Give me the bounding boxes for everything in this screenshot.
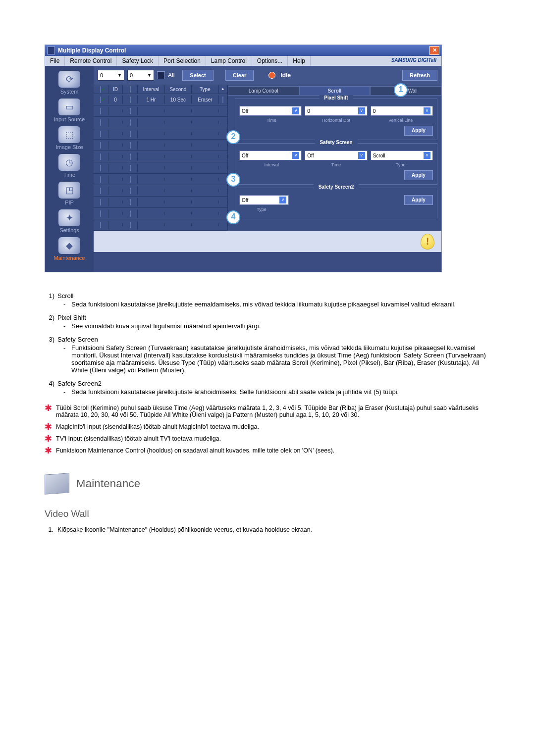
menu-remote-control[interactable]: Remote Control — [65, 56, 117, 66]
titlebar[interactable]: Multiple Display Control ✕ — [45, 45, 441, 56]
row-interval — [138, 178, 164, 181]
table-row[interactable] — [94, 162, 227, 174]
scrollbar-handle[interactable] — [222, 97, 223, 103]
table-row[interactable] — [94, 185, 227, 197]
row-type — [192, 132, 218, 135]
row-second — [165, 223, 192, 226]
table-row[interactable] — [94, 197, 227, 208]
status-dot-icon — [130, 119, 131, 126]
star-icon: ✱ — [45, 435, 52, 442]
table-row[interactable] — [94, 140, 227, 151]
all-checkbox[interactable] — [157, 71, 165, 79]
safety-screen-apply-button[interactable]: Apply — [404, 170, 433, 180]
row-checkbox[interactable] — [100, 188, 101, 194]
col-type: Type — [192, 85, 218, 94]
settings-panel: Lamp Control Scroll Video Wall Pixel Shi… — [228, 85, 441, 231]
pixel-shift-time-select[interactable]: Off v — [239, 106, 302, 116]
row-type — [192, 144, 218, 147]
sidebar-item-input-source[interactable]: ▭ Input Source — [45, 99, 94, 122]
refresh-button[interactable]: Refresh — [402, 70, 437, 81]
select-button[interactable]: Select — [182, 70, 213, 81]
header-checkbox[interactable] — [100, 86, 101, 93]
row-checkbox[interactable] — [100, 153, 101, 160]
display-table: ID Interval Second Type ▲ 01 Hr10 SecEra… — [94, 85, 228, 231]
row-interval — [138, 189, 164, 192]
tab-lamp-control[interactable]: Lamp Control — [228, 86, 299, 95]
table-row[interactable]: 01 Hr10 SecEraser — [94, 94, 227, 105]
row-checkbox[interactable] — [100, 222, 101, 228]
table-row[interactable] — [94, 208, 227, 219]
chevron-down-icon: ▼ — [147, 73, 152, 78]
combo-from[interactable]: 0 ▼ — [98, 70, 124, 81]
menu-options[interactable]: Options... — [252, 56, 288, 66]
row-type — [192, 155, 218, 158]
row-type — [192, 212, 218, 215]
row-id — [108, 109, 123, 112]
menu-help[interactable]: Help — [288, 56, 311, 66]
row-id — [108, 212, 123, 215]
table-row[interactable] — [94, 105, 227, 117]
star-icon: ✱ — [45, 423, 52, 430]
section-title: Maintenance — [76, 477, 140, 490]
status-dot-icon — [130, 142, 131, 149]
row-checkbox[interactable] — [100, 131, 101, 137]
scroll-up-icon[interactable]: ▲ — [219, 85, 227, 94]
pixel-shift-vline-select[interactable]: 0 v — [371, 106, 433, 116]
menu-lamp-control[interactable]: Lamp Control — [206, 56, 252, 66]
row-type — [192, 121, 218, 124]
tab-scroll[interactable]: Scroll — [299, 86, 371, 95]
system-icon: ⟳ — [58, 71, 80, 88]
maintenance-icon: ◆ — [58, 237, 80, 254]
filter-toolbar: 0 ▼ 0 ▼ All Select Clear Idle — [94, 66, 441, 85]
safety-screen-type-select[interactable]: Scroll v — [371, 151, 433, 160]
menubar: File Remote Control Safety Lock Port Sel… — [45, 56, 441, 66]
status-dot-icon — [130, 131, 131, 137]
row-checkbox[interactable] — [100, 199, 101, 205]
row-checkbox[interactable] — [100, 97, 101, 103]
pixel-shift-apply-button[interactable]: Apply — [404, 126, 433, 136]
combo-from-value: 0 — [100, 72, 103, 78]
row-checkbox[interactable] — [100, 210, 101, 217]
input-source-icon: ▭ — [58, 99, 80, 115]
safety-screen-time-select[interactable]: Off v — [305, 151, 367, 160]
clear-button[interactable]: Clear — [225, 70, 254, 81]
table-row[interactable] — [94, 117, 227, 128]
image-size-icon: ⬚ — [58, 126, 80, 143]
row-checkbox[interactable] — [100, 108, 101, 114]
row-checkbox[interactable] — [100, 165, 101, 171]
sidebar-item-maintenance[interactable]: ◆ Maintenance — [45, 237, 94, 261]
row-id: 0 — [108, 96, 123, 104]
sidebar-item-settings[interactable]: ✦ Settings — [45, 209, 94, 233]
pixel-shift-hdot-select[interactable]: 0 v — [305, 106, 367, 116]
safety-screen-group: Safety Screen Off v Off v — [235, 143, 437, 185]
pip-icon: ◳ — [58, 182, 80, 199]
sidebar-item-pip[interactable]: ◳ PIP — [45, 182, 94, 205]
menu-port-selection[interactable]: Port Selection — [159, 56, 206, 66]
safety-screen-interval-select[interactable]: Off v — [239, 151, 302, 160]
menu-file[interactable]: File — [45, 56, 65, 66]
sidebar-item-time[interactable]: ◷ Time — [45, 154, 94, 178]
table-row[interactable] — [94, 219, 227, 231]
safety-screen2-title: Safety Screen2 — [314, 184, 359, 190]
row-type — [192, 189, 218, 192]
row-checkbox[interactable] — [100, 119, 101, 126]
table-row[interactable] — [94, 151, 227, 162]
combo-to[interactable]: 0 ▼ — [127, 70, 154, 81]
row-second: 10 Sec — [165, 96, 192, 104]
row-checkbox[interactable] — [100, 142, 101, 149]
table-row[interactable] — [94, 174, 227, 185]
col-id: ID — [108, 85, 123, 94]
chevron-down-icon: v — [292, 152, 299, 159]
settings-icon: ✦ — [58, 209, 80, 226]
row-checkbox[interactable] — [100, 176, 101, 183]
table-row[interactable] — [94, 128, 227, 140]
safety-screen2-apply-button[interactable]: Apply — [404, 195, 433, 205]
sidebar-item-system[interactable]: ⟳ System — [45, 71, 94, 95]
row-interval — [138, 144, 164, 147]
sidebar-item-image-size[interactable]: ⬚ Image Size — [45, 126, 94, 150]
section-heading: Maintenance — [45, 474, 490, 494]
menu-safety-lock[interactable]: Safety Lock — [117, 56, 159, 66]
close-icon[interactable]: ✕ — [429, 46, 439, 55]
safety-screen2-type-select[interactable]: Off v — [239, 195, 289, 205]
row-second — [165, 189, 192, 192]
